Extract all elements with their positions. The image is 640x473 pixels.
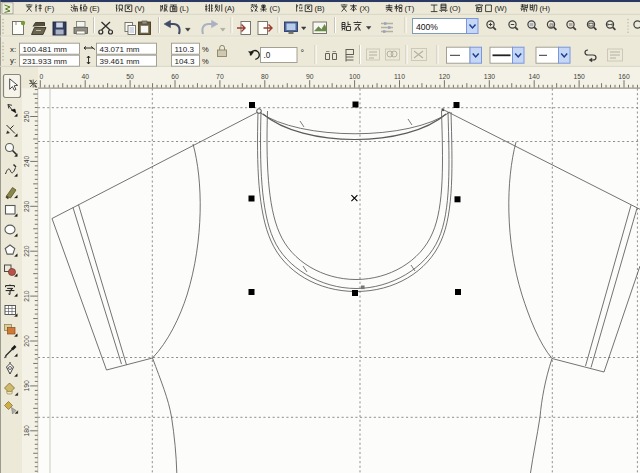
svg-text:120: 120 [439, 73, 451, 80]
svg-text:(T): (T) [405, 4, 415, 13]
svg-text:(V): (V) [135, 4, 146, 13]
svg-text:(E): (E) [90, 4, 101, 13]
svg-text:80: 80 [261, 73, 269, 80]
svg-text:(A): (A) [225, 4, 236, 13]
svg-text:60: 60 [171, 73, 179, 80]
svg-text:250: 250 [23, 111, 30, 123]
svg-text:(W): (W) [495, 4, 508, 13]
svg-text:210: 210 [23, 290, 30, 302]
svg-text:150: 150 [573, 73, 585, 80]
svg-text:39.461 mm: 39.461 mm [100, 57, 140, 66]
svg-text:y:: y: [10, 56, 16, 65]
svg-text:@: @ [549, 22, 554, 28]
svg-text:40: 40 [81, 73, 89, 80]
svg-text:(C): (C) [270, 4, 281, 13]
svg-text:160: 160 [618, 73, 630, 80]
svg-text:(F): (F) [45, 4, 55, 13]
svg-text:231.933 mm: 231.933 mm [23, 57, 68, 66]
svg-text:200: 200 [23, 335, 30, 347]
svg-text:190: 190 [23, 380, 30, 392]
svg-text:240: 240 [23, 156, 30, 168]
svg-text:°: ° [301, 48, 305, 58]
svg-text:50: 50 [126, 73, 134, 80]
svg-text:0: 0 [40, 73, 44, 80]
svg-text:140: 140 [529, 73, 541, 80]
svg-text:(H): (H) [540, 4, 551, 13]
svg-text:180: 180 [23, 425, 30, 437]
svg-text:104.3: 104.3 [175, 57, 196, 66]
svg-text:(O): (O) [450, 4, 461, 13]
svg-text:230: 230 [23, 200, 30, 212]
svg-text:130: 130 [484, 73, 496, 80]
svg-text:90: 90 [306, 73, 314, 80]
svg-text:(X): (X) [360, 4, 371, 13]
svg-text:.0: .0 [264, 51, 271, 60]
svg-text:%: % [202, 57, 209, 66]
svg-text:(L): (L) [180, 4, 190, 13]
svg-text:(B): (B) [315, 4, 326, 13]
svg-text:x:: x: [10, 45, 16, 54]
svg-text:220: 220 [23, 245, 30, 257]
svg-text:110.3: 110.3 [175, 45, 195, 54]
svg-text:70: 70 [216, 73, 224, 80]
svg-text:100: 100 [349, 73, 361, 80]
svg-text:110: 110 [394, 73, 405, 80]
svg-text:%: % [202, 45, 209, 54]
svg-text:100.481 mm: 100.481 mm [23, 45, 68, 54]
svg-text:43.071 mm: 43.071 mm [100, 45, 140, 54]
svg-text:400%: 400% [416, 22, 438, 32]
